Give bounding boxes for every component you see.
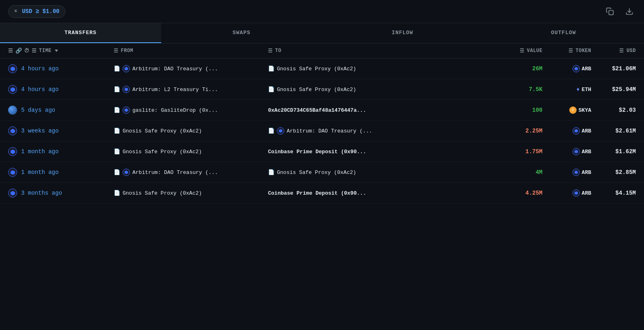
cell-token: S SKYA (542, 106, 591, 114)
usd-filter-icon[interactable]: ☰ (619, 48, 624, 54)
arb-small-icon (123, 106, 130, 114)
time-value: 1 month ago (21, 148, 58, 155)
cell-token: ARB (542, 148, 591, 155)
tabs-row: TRANSFERS SWAPS INFLOW OUTFLOW (0, 23, 644, 43)
cell-from: 📄Gnosis Safe Proxy (0xAc2) (114, 128, 268, 134)
to-address: Coinbase Prime Deposit (0x90... (268, 149, 366, 155)
col-header-from: ☰ FROM (114, 48, 268, 54)
doc-icon: 📄 (268, 169, 274, 176)
value-amount: 4M (536, 169, 542, 176)
doc-icon: 📄 (114, 107, 120, 113)
table-row[interactable]: 3 months ago 📄Gnosis Safe Proxy (0xAc2) … (0, 183, 644, 204)
cell-from: 📄 gaslite: GasliteDrop (0x... (114, 106, 268, 114)
table-row[interactable]: 1 month ago 📄 Arbitrum: DAO Treasury (..… (0, 162, 644, 183)
value-amount: 2.25M (525, 128, 542, 134)
sort-icon[interactable]: ☰ (32, 48, 37, 54)
cell-usd: $2.61M (591, 128, 636, 134)
time-value: 5 days ago (21, 107, 55, 113)
usd-header-label: USD (627, 48, 636, 54)
table-row[interactable]: 4 hours ago 📄 Arbitrum: DAO Treasury (..… (0, 59, 644, 79)
cell-value: 100 (498, 107, 542, 113)
tab-transfers[interactable]: TRANSFERS (0, 23, 161, 43)
doc-icon: 📄 (268, 65, 274, 72)
cell-time: 3 weeks ago (8, 126, 114, 135)
doc-icon: 📄 (114, 86, 120, 93)
arb-chain-icon (8, 85, 17, 94)
cell-usd: $25.94M (591, 86, 636, 93)
cell-time: 1 month ago (8, 147, 114, 156)
cell-time: 4 hours ago (8, 64, 114, 73)
to-address: Gnosis Safe Proxy (0xAc2) (277, 66, 356, 72)
cell-token: ARB (542, 189, 591, 197)
time-value: 4 hours ago (21, 65, 58, 72)
doc-icon: 📄 (268, 86, 274, 93)
time-sort-tri[interactable] (55, 50, 58, 52)
cell-token: ♦ ETH (542, 86, 591, 93)
copy-button[interactable] (603, 5, 616, 18)
close-filter-icon[interactable]: × (14, 9, 17, 14)
from-address: Gnosis Safe Proxy (0xAc2) (123, 128, 202, 134)
arb-chain-icon (8, 126, 17, 135)
value-filter-icon[interactable]: ☰ (520, 48, 525, 54)
col-header-time: ☰ 🔗 ⏱ ☰ TIME (8, 48, 114, 54)
blue-chain-icon (8, 106, 17, 115)
usd-value: $25.94M (612, 86, 636, 93)
token-symbol: ARB (582, 169, 591, 176)
arb-chain-icon (8, 168, 17, 177)
clock-icon: ⏱ (24, 48, 30, 54)
doc-icon: 📄 (114, 65, 120, 72)
cell-time: 4 hours ago (8, 85, 114, 94)
token-symbol: ARB (582, 128, 591, 134)
doc-icon: 📄 (114, 169, 120, 176)
token-filter-icon[interactable]: ☰ (568, 48, 573, 54)
svg-rect-0 (609, 11, 614, 15)
arb-chain-icon (8, 189, 17, 198)
cell-time: 1 month ago (8, 168, 114, 177)
to-address: Coinbase Prime Deposit (0x90... (268, 190, 366, 196)
value-header-label: VALUE (527, 48, 542, 54)
usd-value: $2.61M (616, 128, 636, 134)
cell-from: 📄 Arbitrum: DAO Treasury (... (114, 65, 268, 72)
link-icon[interactable]: 🔗 (15, 48, 22, 54)
arb-token-icon (573, 148, 580, 155)
cell-usd: $2.85M (591, 169, 636, 176)
filter-lines-icon[interactable]: ☰ (8, 48, 13, 54)
time-value: 4 hours ago (21, 86, 58, 93)
table-row[interactable]: 4 hours ago 📄 Arbitrum: L2 Treasury Ti..… (0, 79, 644, 100)
usd-value: $21.06M (612, 65, 636, 72)
from-address: Gnosis Safe Proxy (0xAc2) (123, 149, 202, 155)
cell-token: ARB (542, 127, 591, 135)
doc-icon: 📄 (268, 128, 274, 134)
time-header-label[interactable]: TIME (39, 48, 52, 54)
to-filter-icon[interactable]: ☰ (268, 48, 273, 54)
cell-from: 📄 Arbitrum: DAO Treasury (... (114, 169, 268, 176)
token-symbol: SKYA (579, 107, 591, 113)
token-symbol: ARB (582, 149, 591, 155)
arb-small-icon (277, 127, 284, 135)
time-value: 3 weeks ago (21, 128, 58, 134)
from-header-label: FROM (121, 48, 134, 54)
table-row[interactable]: 3 weeks ago 📄Gnosis Safe Proxy (0xAc2) 📄… (0, 121, 644, 141)
cell-from: 📄Gnosis Safe Proxy (0xAc2) (114, 148, 268, 155)
from-address: Arbitrum: L2 Treasury Ti... (132, 87, 218, 93)
tab-swaps[interactable]: SWAPS (161, 23, 322, 43)
arb-small-icon (123, 65, 130, 72)
value-amount: 100 (532, 107, 542, 113)
doc-icon: 📄 (114, 190, 120, 196)
cell-value: 1.75M (498, 148, 542, 155)
time-value: 1 month ago (21, 169, 58, 176)
table-row[interactable]: 1 month ago 📄Gnosis Safe Proxy (0xAc2) C… (0, 141, 644, 162)
download-button[interactable] (623, 5, 636, 18)
cell-value: 4.25M (498, 190, 542, 196)
from-filter-icon[interactable]: ☰ (114, 48, 119, 54)
tab-inflow[interactable]: INFLOW (322, 23, 483, 43)
tab-outflow[interactable]: OUTFLOW (483, 23, 644, 43)
value-amount: 4.25M (525, 190, 542, 196)
cell-usd: $2.03 (591, 107, 636, 113)
doc-icon: 📄 (114, 148, 120, 155)
doc-icon: 📄 (114, 128, 120, 134)
token-symbol: ARB (582, 190, 591, 196)
cell-from: 📄 Arbitrum: L2 Treasury Ti... (114, 86, 268, 93)
table-row[interactable]: 5 days ago 📄 gaslite: GasliteDrop (0x...… (0, 100, 644, 121)
filter-chip[interactable]: × USD ≥ $1.00 (8, 5, 65, 18)
